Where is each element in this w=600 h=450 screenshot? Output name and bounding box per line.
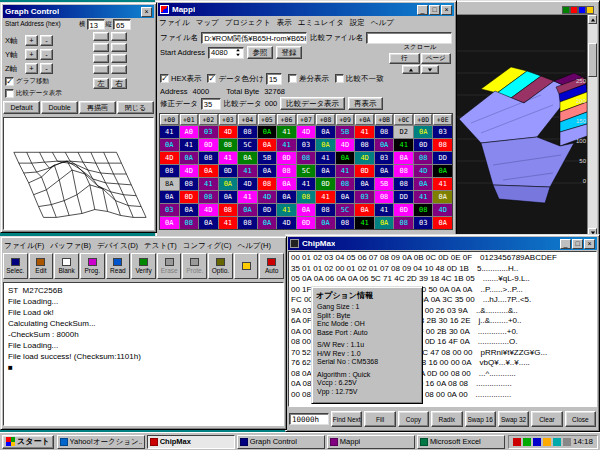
grid-cell[interactable]: 41: [414, 191, 433, 203]
grid-cell[interactable]: 0A: [160, 139, 179, 151]
grid-cell[interactable]: 0A: [219, 191, 238, 203]
grid-cell[interactable]: 4D: [414, 165, 433, 177]
default-button[interactable]: Default: [3, 101, 40, 114]
hex-row[interactable]: 05 0A 0A 06 0A 0A 06 5C 71 4C 2D 39 18 4…: [291, 274, 594, 285]
grid-cell[interactable]: 0D: [219, 165, 238, 177]
grid-cell[interactable]: 4D: [355, 152, 374, 164]
grid-cell[interactable]: 0A: [258, 165, 277, 177]
tray-icon[interactable]: [533, 438, 541, 446]
hex-row[interactable]: 35 01 01 02 00 01 02 01 07 08 09 04 10 4…: [291, 264, 594, 275]
pad-button[interactable]: [93, 43, 109, 52]
grid-cell[interactable]: 0A: [238, 204, 257, 216]
grid-cell[interactable]: 0A: [258, 126, 277, 138]
close-window-button[interactable]: 閉じる: [117, 101, 154, 114]
grid-cell[interactable]: 08: [355, 139, 374, 151]
x-axis-minus-button[interactable]: -: [40, 35, 53, 46]
toolbar-button-lightning[interactable]: [234, 253, 259, 279]
grid-cell[interactable]: 41: [355, 217, 374, 229]
grid-cell[interactable]: 08: [414, 204, 433, 216]
compare-display-checkbox[interactable]: [5, 89, 14, 98]
chipmax-titlebar[interactable]: ChipMax _ □ ×: [288, 237, 597, 250]
grid-cell[interactable]: 08: [316, 204, 335, 216]
tray-icon[interactable]: [523, 438, 531, 446]
grid-cell[interactable]: 0A: [180, 204, 199, 216]
edit-data-field[interactable]: 35: [201, 98, 221, 110]
grid-cell[interactable]: 08: [199, 191, 218, 203]
tray-icon[interactable]: [563, 438, 571, 446]
grid-cell[interactable]: 08: [238, 126, 257, 138]
toolbar-button-read[interactable]: Read: [106, 253, 131, 279]
grid-cell[interactable]: 41: [199, 178, 218, 190]
menu-item[interactable]: 設定: [350, 18, 365, 28]
scroll-down-button[interactable]: [421, 65, 439, 74]
grid-cell[interactable]: 4D: [180, 165, 199, 177]
menu-item[interactable]: プロジェクト: [225, 18, 271, 28]
grid-cell[interactable]: 0A: [160, 191, 179, 203]
grid-cell[interactable]: 08: [394, 178, 413, 190]
graph-move-checkbox[interactable]: ✓: [5, 77, 14, 86]
compare-file-field[interactable]: [366, 32, 452, 44]
grid-cell[interactable]: 0A: [199, 165, 218, 177]
grid-cell[interactable]: 0A: [414, 126, 433, 138]
toolbar-button-selec[interactable]: Selec.: [3, 253, 28, 279]
excel-toolbar-icon[interactable]: [578, 6, 586, 14]
field1-value[interactable]: 13: [87, 19, 105, 30]
grid-cell[interactable]: 41: [160, 126, 179, 138]
grid-cell[interactable]: 41: [316, 152, 335, 164]
grid-cell[interactable]: 03: [297, 139, 316, 151]
color-code-checkbox[interactable]: ✓: [207, 74, 216, 83]
grid-cell[interactable]: 0A: [394, 152, 413, 164]
pad-button[interactable]: [111, 54, 127, 63]
mismatch-checkbox[interactable]: [335, 74, 344, 83]
grid-cell[interactable]: 0A: [355, 178, 374, 190]
pad-button[interactable]: [93, 65, 109, 74]
grid-cell[interactable]: 41: [336, 165, 355, 177]
spinner[interactable]: [235, 48, 241, 57]
grid-cell[interactable]: 0D: [258, 204, 277, 216]
grid-cell[interactable]: 0A: [258, 139, 277, 151]
grid-cell[interactable]: 0A: [258, 217, 277, 229]
task-button-graph-control[interactable]: Graph Control: [237, 435, 325, 449]
grid-cell[interactable]: 4D: [336, 139, 355, 151]
toolbar-button-edit[interactable]: Edit: [29, 253, 54, 279]
maximize-button[interactable]: □: [572, 239, 583, 249]
hex-button-copy[interactable]: Copy: [398, 411, 429, 427]
grid-cell[interactable]: 03: [414, 217, 433, 229]
grid-cell[interactable]: 0A: [316, 126, 335, 138]
scroll-page-button[interactable]: ページ: [421, 53, 452, 64]
toolbar-button-prote[interactable]: Prote.: [182, 253, 207, 279]
grid-cell[interactable]: 0A: [180, 152, 199, 164]
chipmax-log-terminal[interactable]: ST M27C256BFile Loading...File Load ok!C…: [3, 282, 284, 426]
grid-cell[interactable]: 0D: [277, 152, 296, 164]
menu-item[interactable]: テスト(T): [144, 241, 177, 251]
grid-cell[interactable]: 41: [238, 191, 257, 203]
grid-cell[interactable]: 0A: [355, 204, 374, 216]
grid-cell[interactable]: 5C: [297, 165, 316, 177]
minimize-button[interactable]: _: [417, 5, 428, 15]
menu-item[interactable]: ファイル: [159, 18, 190, 28]
grid-cell[interactable]: 08: [297, 152, 316, 164]
scrollbar-thumb[interactable]: [588, 43, 597, 77]
menu-item[interactable]: ヘルプ(H): [238, 241, 271, 251]
grid-cell[interactable]: 08: [180, 178, 199, 190]
start-button[interactable]: スタート: [2, 435, 54, 449]
grid-cell[interactable]: 5B: [336, 126, 355, 138]
grid-cell[interactable]: 0A: [375, 139, 394, 151]
grid-cell[interactable]: 0A: [316, 217, 335, 229]
y-axis-minus-button[interactable]: -: [40, 49, 53, 60]
grid-cell[interactable]: 0A: [336, 152, 355, 164]
grid-cell[interactable]: 08: [336, 217, 355, 229]
hex-display-checkbox[interactable]: ✓: [160, 74, 169, 83]
grid-cell[interactable]: 41: [297, 178, 316, 190]
grid-cell[interactable]: 4D: [160, 152, 179, 164]
start-address-field[interactable]: 4080: [208, 47, 244, 59]
grid-cell[interactable]: 0A: [433, 217, 452, 229]
grid-cell[interactable]: 08: [180, 217, 199, 229]
hex-button-swap-16[interactable]: Swap 16: [465, 411, 496, 427]
grid-cell[interactable]: 08: [258, 178, 277, 190]
tray-icon[interactable]: [553, 438, 561, 446]
menu-item[interactable]: エミュレイタ: [298, 18, 344, 28]
grid-cell[interactable]: 4D: [297, 126, 316, 138]
grid-cell[interactable]: 41: [219, 152, 238, 164]
grid-cell[interactable]: 0A: [297, 204, 316, 216]
